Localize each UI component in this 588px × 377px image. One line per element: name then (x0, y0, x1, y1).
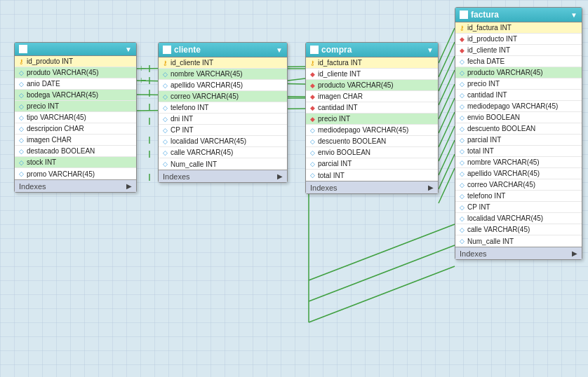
fk-icon: ◆ (458, 47, 465, 54)
field-icon: ◇ (161, 104, 168, 111)
table-row[interactable]: ◇ localidad VARCHAR(45) (455, 213, 582, 224)
indexes-compra[interactable]: Indexes ▶ (306, 181, 438, 193)
table-row[interactable]: ◇ Num_calle INT (159, 158, 287, 170)
table-row[interactable]: ◇ Num_calle INT (455, 235, 582, 247)
table-row[interactable]: ◇ correo VARCHAR(45) (455, 179, 582, 191)
table-row[interactable]: ◇ producto VARCHAR(45) (455, 67, 582, 78)
table-row[interactable]: ◇ CP INT (159, 125, 287, 136)
table-row[interactable]: ◇ descuento BOOLEAN (306, 136, 438, 147)
table-compra-title: compra (321, 45, 352, 55)
table-row[interactable]: ◆ id_cliente INT (306, 69, 438, 80)
table-row[interactable]: ◇ calle VARCHAR(45) (455, 224, 582, 235)
table-row[interactable]: ⚷ id_factura INT (455, 22, 582, 34)
table-row[interactable]: ◇ tipo VARCHAR(45) (15, 112, 136, 123)
table-compra-header[interactable]: compra ▼ (306, 43, 438, 57)
collapse-arrow[interactable]: ▼ (125, 46, 132, 53)
indexes-factura[interactable]: Indexes ▶ (455, 247, 582, 259)
table-row[interactable]: ◇ precio INT (15, 101, 136, 112)
svg-line-16 (439, 140, 455, 175)
fk-icon: ◆ (458, 36, 465, 43)
table-row[interactable]: ◇ promo VARCHAR(45) (15, 168, 136, 179)
field-icon: ◇ (458, 92, 465, 99)
table-row[interactable]: ◇ calle VARCHAR(45) (159, 147, 287, 158)
table-row[interactable]: ◇ stock INT (15, 157, 136, 168)
field-icon: ◇ (18, 125, 25, 132)
field-icon: ◇ (18, 114, 25, 121)
table-produto-header[interactable]: ▼ (15, 43, 136, 56)
field-icon: ◇ (458, 159, 465, 166)
svg-line-17 (439, 154, 455, 189)
table-cliente[interactable]: cliente ▼ ⚷ id_cliente INT ◇ nombre VARC… (158, 42, 288, 183)
table-icon (460, 11, 468, 19)
table-row[interactable]: ◆ cantidad INT (306, 102, 438, 114)
table-row[interactable]: ◇ telefono INT (455, 191, 582, 202)
collapse-arrow[interactable]: ▼ (276, 46, 283, 54)
table-row[interactable]: ◇ apellido VARCHAR(45) (455, 168, 582, 179)
svg-line-7 (288, 78, 305, 81)
table-compra[interactable]: compra ▼ ⚷ id_factura INT ◆ id_cliente I… (305, 42, 439, 194)
table-row[interactable]: ◇ total INT (306, 170, 438, 181)
table-produto[interactable]: ▼ ⚷ id_produto INT ◇ produto VARCHAR(45)… (14, 42, 137, 193)
table-row[interactable]: ◇ cantidad INT (455, 90, 582, 101)
field-icon: ◇ (458, 58, 465, 65)
table-produto-fields: ⚷ id_produto INT ◇ produto VARCHAR(45) ◇… (15, 56, 136, 179)
svg-line-15 (439, 126, 455, 161)
table-row[interactable]: ◇ parcial INT (306, 158, 438, 170)
table-row[interactable]: ⚷ id_produto INT (15, 56, 136, 67)
table-row[interactable]: ◆ id_producto INT (455, 34, 582, 45)
field-icon: ◇ (18, 69, 25, 76)
svg-line-8 (439, 28, 455, 63)
table-row[interactable]: ◇ nombre VARCHAR(45) (159, 69, 287, 80)
field-icon: ◇ (161, 116, 168, 123)
table-row[interactable]: ◇ nombre VARCHAR(45) (455, 157, 582, 168)
field-icon: ◇ (18, 103, 25, 110)
table-row[interactable]: ⚷ id_cliente INT (159, 57, 287, 69)
table-factura-title: factura (471, 10, 499, 20)
table-row[interactable]: ⚷ id_factura INT (306, 57, 438, 69)
indexes-cliente[interactable]: Indexes ▶ (159, 170, 287, 182)
field-icon: ◇ (458, 215, 465, 222)
field-icon: ◇ (18, 137, 25, 144)
table-factura-header[interactable]: factura ▼ (455, 8, 582, 22)
table-row[interactable]: ◇ CP INT (455, 202, 582, 213)
table-row[interactable]: ◇ descuento BOOLEAN (455, 123, 582, 135)
indexes-produto[interactable]: Indexes ▶ (15, 179, 136, 192)
field-icon: ◇ (458, 226, 465, 233)
table-row[interactable]: ◇ bodega VARCHAR(45) (15, 90, 136, 101)
table-row[interactable]: ◇ precio INT (455, 78, 582, 90)
table-row[interactable]: ◆ producto VARCHAR(45) (306, 80, 438, 91)
table-row[interactable]: ◇ correo VARCHAR(45) (159, 91, 287, 102)
collapse-arrow[interactable]: ▼ (570, 11, 577, 19)
table-row[interactable]: ◇ envio BOOLEAN (306, 147, 438, 158)
table-row[interactable]: ◇ localidad VARCHAR(45) (159, 136, 287, 147)
table-row[interactable]: ◇ produto VARCHAR(45) (15, 67, 136, 78)
table-cliente-header[interactable]: cliente ▼ (159, 43, 287, 57)
table-row[interactable]: ◇ telefono INT (159, 102, 287, 114)
table-row[interactable]: ◇ descripcion CHAR (15, 123, 136, 135)
table-row[interactable]: ◇ parcial INT (455, 135, 582, 146)
table-row[interactable]: ◆ id_cliente INT (455, 45, 582, 56)
table-cliente-fields: ⚷ id_cliente INT ◇ nombre VARCHAR(45) ◇ … (159, 57, 287, 170)
table-row[interactable]: ◆ imagen CHAR (306, 91, 438, 102)
table-factura[interactable]: factura ▼ ⚷ id_factura INT ◆ id_producto… (455, 7, 582, 260)
pk-icon: ⚷ (161, 60, 168, 67)
table-row[interactable]: ◇ dni INT (159, 114, 287, 125)
collapse-arrow[interactable]: ▼ (427, 46, 434, 54)
table-row[interactable]: ◆ precio INT (306, 114, 438, 125)
table-row[interactable]: ◇ mediodepago VARCHAR(45) (455, 101, 582, 112)
table-row[interactable]: ◇ destacado BOOLEAN (15, 146, 136, 157)
table-row[interactable]: ◇ anio DATE (15, 78, 136, 90)
field-icon: ◇ (161, 93, 168, 100)
table-icon (310, 46, 319, 54)
table-row[interactable]: ◇ imagen CHAR (15, 135, 136, 146)
table-row[interactable]: ◇ apellido VARCHAR(45) (159, 80, 287, 91)
pk-icon: ⚷ (18, 58, 25, 65)
table-row[interactable]: ◇ total INT (455, 146, 582, 157)
field-icon: ◇ (309, 127, 316, 134)
svg-line-12 (439, 84, 455, 119)
table-row[interactable]: ◇ mediodepago VARCHAR(45) (306, 125, 438, 136)
table-row[interactable]: ◇ fecha DATE (455, 56, 582, 67)
field-icon: ◇ (458, 81, 465, 88)
table-row[interactable]: ◇ envio BOOLEAN (455, 112, 582, 123)
field-icon: ◇ (18, 92, 25, 99)
